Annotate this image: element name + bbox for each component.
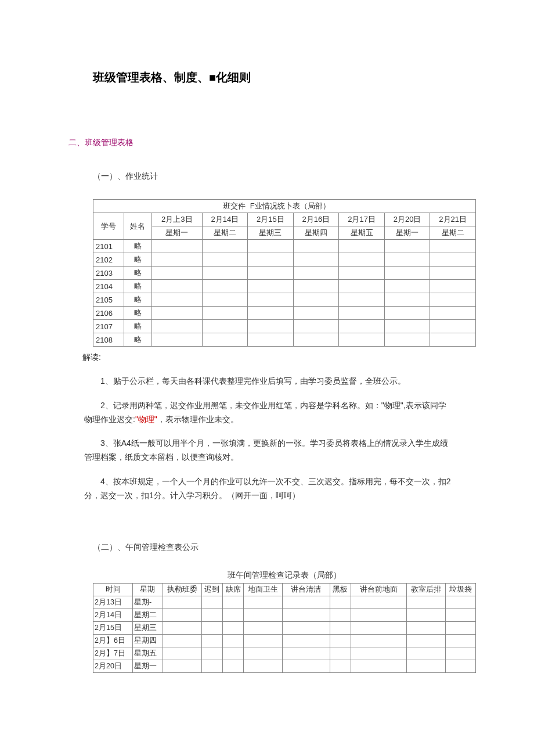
- empty-cell: [339, 253, 385, 267]
- empty-cell: [248, 240, 294, 253]
- empty-cell: [202, 320, 248, 333]
- date-header: 2月20日: [384, 213, 430, 226]
- empty-cell: [446, 634, 476, 647]
- page-title: 班级管理表格、制度、■化细则: [75, 70, 459, 85]
- date-header: 2月17日: [339, 213, 385, 226]
- t2-h: 讲台清洁: [283, 583, 330, 596]
- student-id-cell: 2108: [93, 333, 124, 347]
- empty-cell: [446, 660, 476, 672]
- student-id-cell: 2101: [93, 240, 124, 253]
- empty-cell: [330, 596, 351, 609]
- para2-b: ，表示物理作业未交。: [157, 415, 239, 424]
- t2-h: 缺席: [223, 583, 244, 596]
- empty-cell: [293, 267, 339, 280]
- empty-cell: [330, 621, 351, 634]
- empty-cell: [407, 634, 446, 647]
- empty-cell: [152, 280, 203, 293]
- empty-cell: [407, 647, 446, 660]
- student-name-cell: 略: [124, 267, 151, 280]
- date-cell: 2月20日: [93, 660, 133, 672]
- empty-cell: [244, 621, 283, 634]
- empty-cell: [248, 320, 294, 333]
- student-name-cell: 略: [124, 253, 151, 267]
- table-row: 2102略: [93, 253, 476, 267]
- section-header: 二、班级管理表格: [68, 138, 459, 148]
- weekday-header: 星期二: [430, 226, 476, 240]
- table-row: 2103略: [93, 267, 476, 280]
- t2-h: 教室后排: [407, 583, 446, 596]
- empty-cell: [293, 333, 339, 347]
- col-id-header: 学号: [93, 213, 124, 240]
- weekday-header: 星期五: [339, 226, 385, 240]
- empty-cell: [430, 293, 476, 307]
- table-row: 2月15日星期三: [93, 621, 476, 634]
- empty-cell: [283, 647, 330, 660]
- t2-h: 地面卫生: [244, 583, 283, 596]
- date-cell: 2月】6日: [93, 634, 133, 647]
- empty-cell: [339, 307, 385, 320]
- empty-cell: [330, 647, 351, 660]
- empty-cell: [163, 621, 201, 634]
- t2-h: 迟到: [201, 583, 222, 596]
- table-row: 2月】7日星期五: [93, 647, 476, 660]
- empty-cell: [223, 609, 244, 621]
- table-row: 2101略: [93, 240, 476, 253]
- empty-cell: [248, 280, 294, 293]
- t2-h: 时间: [93, 583, 133, 596]
- para2-red: "物理": [135, 415, 157, 424]
- document-page: 班级管理表格、制度、■化细则 二、班级管理表格 （一）、作业统计 班交件 F业情…: [0, 0, 534, 714]
- paragraph-3: 3、张A4纸一般可以用半个月，一张填满，更换新的一张。学习委员将表格上的情况录入…: [75, 437, 459, 465]
- empty-cell: [283, 634, 330, 647]
- empty-cell: [384, 280, 430, 293]
- empty-cell: [446, 647, 476, 660]
- empty-cell: [384, 253, 430, 267]
- empty-cell: [248, 307, 294, 320]
- empty-cell: [407, 609, 446, 621]
- table1-caption-left: 班交件: [93, 200, 248, 213]
- empty-cell: [283, 660, 330, 672]
- student-name-cell: 略: [124, 320, 151, 333]
- empty-cell: [293, 307, 339, 320]
- empty-cell: [152, 240, 203, 253]
- student-id-cell: 2106: [93, 307, 124, 320]
- empty-cell: [430, 267, 476, 280]
- empty-cell: [293, 240, 339, 253]
- date-cell: 2月14日: [93, 609, 133, 621]
- empty-cell: [201, 621, 222, 634]
- empty-cell: [283, 596, 330, 609]
- empty-cell: [446, 596, 476, 609]
- table-row: 2106略: [93, 307, 476, 320]
- empty-cell: [384, 267, 430, 280]
- empty-cell: [293, 293, 339, 307]
- table-row: 2月】6日星期四: [93, 634, 476, 647]
- date-header: 2月15日: [248, 213, 294, 226]
- empty-cell: [223, 621, 244, 634]
- empty-cell: [201, 634, 222, 647]
- empty-cell: [330, 609, 351, 621]
- student-id-cell: 2104: [93, 280, 124, 293]
- empty-cell: [163, 647, 201, 660]
- empty-cell: [202, 240, 248, 253]
- student-id-cell: 2103: [93, 267, 124, 280]
- spacer: [75, 513, 459, 542]
- empty-cell: [283, 609, 330, 621]
- table-row: 2104略: [93, 280, 476, 293]
- table1-caption-row: 班交件 F业情况统卜表（局部）: [93, 200, 476, 213]
- t2-h: 星期: [133, 583, 163, 596]
- table-row: 2105略: [93, 293, 476, 307]
- table-row: 2月13日星期-: [93, 596, 476, 609]
- empty-cell: [339, 333, 385, 347]
- empty-cell: [152, 293, 203, 307]
- table-row: 2107略: [93, 320, 476, 333]
- table1-caption-right: F业情况统卜表（局部）: [248, 200, 476, 213]
- empty-cell: [248, 293, 294, 307]
- empty-cell: [244, 634, 283, 647]
- empty-cell: [223, 647, 244, 660]
- subsection-2-title: （二）、午间管理检查表公示: [75, 542, 459, 553]
- empty-cell: [446, 621, 476, 634]
- student-name-cell: 略: [124, 240, 151, 253]
- student-id-cell: 2107: [93, 320, 124, 333]
- col-name-header: 姓名: [124, 213, 151, 240]
- t2-h: 垃圾袋: [446, 583, 476, 596]
- student-name-cell: 略: [124, 293, 151, 307]
